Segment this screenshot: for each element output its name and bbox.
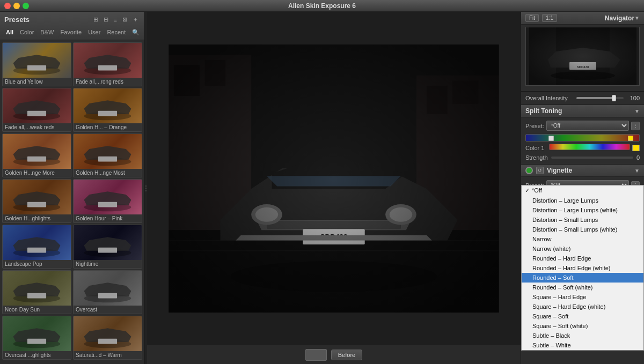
maximize-button[interactable] [23,3,29,9]
color1-swatch[interactable] [632,145,640,151]
dropdown-item-narrow-w[interactable]: Narrow (white) [522,244,643,254]
dropdown-item-square-hard[interactable]: Square – Hard Edge [522,292,643,302]
preset-thumbnail [3,271,71,306]
preset-item[interactable]: Golden Hour – Pink [73,179,142,223]
vignette-title: Vignette [547,167,631,174]
vignette-reset[interactable]: ↺ [536,167,544,174]
dropdown-item-rounded-soft[interactable]: Rounded – Soft [522,273,643,283]
navigator-section: Fit 1:1 Navigator ▼ SDD438 [521,12,644,92]
svg-rect-23 [98,202,117,207]
close-button[interactable] [4,3,11,9]
dropdown-item-dist-large[interactable]: Distortion – Large Lumps [522,196,643,205]
presets-icons: ⊞ ⊟ ≡ ⊠ ＋ [92,15,140,24]
color1-gradient[interactable] [549,144,630,150]
split-toning-body: Preset: *Off ⋮ Color 1 [521,117,644,164]
navigator-thumbnail: SDD438 [525,27,640,86]
preset-thumbnail [74,225,142,260]
minimize-button[interactable] [13,3,20,9]
strength-row: Strength 0 [525,154,640,161]
preset-item[interactable]: Fade all,...rong reds [73,42,142,86]
dropdown-item-square-soft[interactable]: Square – Soft [522,311,643,321]
preset-item[interactable]: Fade all,...weak reds [2,88,71,132]
preset-item[interactable]: Golden H...nge Most [73,133,142,177]
tab-recent[interactable]: Recent [105,28,127,36]
preset-item[interactable]: Overcast ...ghlights [2,316,71,360]
tab-all[interactable]: All [4,28,15,36]
ratio-button[interactable]: 1:1 [542,14,557,22]
svg-rect-67 [529,27,636,85]
tab-color[interactable]: Color [18,28,35,36]
vignette-on-off[interactable] [525,167,533,174]
dropdown-item-subtle-white[interactable]: Subtle – White [522,340,643,350]
filmstrip-icon[interactable]: ⊠ [121,16,129,24]
svg-rect-14 [27,157,46,162]
dropdown-item-square-soft-w[interactable]: Square – Soft (white) [522,321,643,331]
color1-label: Color 1 [525,145,547,151]
grid-small-icon[interactable]: ⊞ [92,16,100,24]
strength-slider[interactable] [551,157,633,159]
split-toning-extra-btn[interactable]: ⋮ [631,122,640,130]
navigator-collapse[interactable]: ▼ [634,15,640,21]
preset-item[interactable]: Golden H... – Orange [73,88,142,132]
strength-label: Strength [525,154,548,161]
navigator-fit-row: Fit 1:1 [525,14,605,22]
intensity-slider[interactable] [576,97,624,99]
dropdown-item-rounded-hard[interactable]: Rounded – Hard Edge [522,254,643,263]
preset-item[interactable]: Golden H...nge More [2,133,71,177]
compare-box[interactable] [305,349,327,361]
vignette-collapse[interactable]: ▼ [634,168,640,174]
preset-label: Landscape Pop [3,260,71,268]
preset-item[interactable]: Blue and Yellow [2,42,71,86]
split-toning-header[interactable]: Split Toning ▼ [521,105,644,117]
svg-rect-20 [27,202,46,207]
preset-item[interactable]: Saturati...d – Warm [73,316,142,360]
preset-item[interactable]: Noon Day Sun [2,270,71,314]
split-toning-preset-label: Preset: [525,123,544,129]
dropdown-item-square-hard-w[interactable]: Square – Hard Edge (white) [522,302,643,311]
dropdown-item-rounded-soft-w[interactable]: Rounded – Soft (white) [522,283,643,292]
tab-favorite[interactable]: Favorite [58,28,83,36]
split-toning-title: Split Toning [525,107,562,115]
grid-large-icon[interactable]: ⊟ [102,16,110,24]
before-button[interactable]: Before [331,350,362,360]
search-icon[interactable]: 🔍 [130,28,141,36]
navigator-header[interactable]: Fit 1:1 Navigator ▼ [521,12,644,25]
preset-item[interactable]: Landscape Pop [2,225,71,269]
split-toning-collapse[interactable]: ▼ [634,108,640,114]
split-toning-preset-select[interactable]: *Off [546,121,629,131]
list-icon[interactable]: ≡ [112,16,119,24]
preset-item[interactable]: Overcast [73,270,142,314]
tab-user[interactable]: User [86,28,102,36]
preset-thumbnail [3,180,71,214]
window-controls[interactable] [4,3,29,9]
left-panel: Presets ⊞ ⊟ ≡ ⊠ ＋ All Color B&W Favorite… [0,12,145,364]
intensity-row: Overall Intensity 100 [525,95,640,101]
dropdown-item-dist-small[interactable]: Distortion – Small Lumps [522,215,643,225]
gradient-handle-right[interactable] [628,136,633,141]
preset-item[interactable]: Golden H...ghlights [2,179,71,223]
dropdown-item-rounded-hard-w[interactable]: Rounded – Hard Edge (white) [522,263,643,273]
split-toning-gradient[interactable] [525,134,640,142]
fit-button[interactable]: Fit [525,14,539,22]
dropdown-item-dist-small-w[interactable]: Distortion – Small Lumps (white) [522,225,643,234]
presets-tabs: All Color B&W Favorite User Recent 🔍 [4,27,140,38]
add-preset-icon[interactable]: ＋ [131,15,140,24]
dropdown-item-off[interactable]: *Off [522,185,643,196]
preset-thumbnail [3,43,71,78]
svg-rect-60 [169,44,499,313]
preset-label: Golden Hour – Pink [74,214,142,222]
preset-thumbnail [74,271,142,306]
preset-label: Nighttime [74,260,142,268]
preset-label: Golden H...nge More [3,169,71,177]
preset-item[interactable]: Nighttime [73,225,142,269]
gradient-handle-left[interactable] [548,136,554,141]
dropdown-item-dist-large-w[interactable]: Distortion – Large Lumps (white) [522,205,643,215]
dropdown-item-subtle-black[interactable]: Subtle – Black [522,331,643,340]
color1-row: Color 1 [525,144,640,152]
intensity-label: Overall Intensity [525,95,573,101]
dropdown-item-narrow[interactable]: Narrow [522,234,643,244]
presets-grid: Blue and Yellow Fade all,...rong reds [0,40,144,364]
intensity-section: Overall Intensity 100 [521,92,644,105]
preset-thumbnail [74,134,142,169]
tab-bw[interactable]: B&W [39,28,55,36]
